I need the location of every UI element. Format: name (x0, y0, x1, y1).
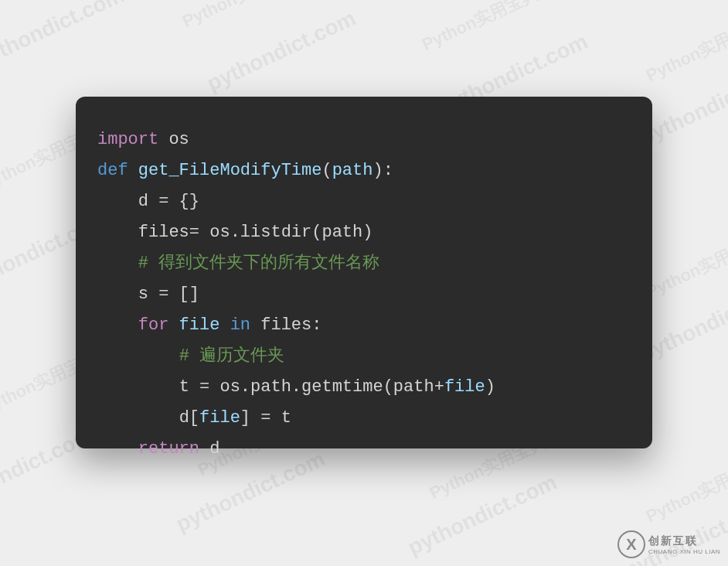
logo-glyph: X (626, 536, 636, 554)
paren-close: ): (373, 161, 393, 180)
code-line-9: t = os.path.getmtime(path+file) (97, 372, 631, 403)
watermark-cn: Python实用宝典 (642, 230, 728, 304)
indent (97, 346, 179, 366)
code-text: d[ (179, 408, 199, 428)
code-line-7: for file in files: (97, 310, 631, 341)
code-text: s = [] (138, 285, 199, 304)
paren-open: ( (321, 161, 332, 180)
indent (97, 254, 138, 273)
indent (97, 192, 138, 211)
code-text: t = os.path.getmtime(path+ (179, 377, 444, 397)
logo-text-en: CHUANG XIN HU LIAN (648, 548, 720, 555)
indent (97, 377, 179, 397)
keyword-import: import (97, 130, 158, 149)
code-text: ] = t (240, 408, 291, 428)
var-file: file (444, 377, 485, 397)
comment: # 得到文件夹下的所有文件名称 (138, 254, 379, 273)
keyword-for: for (138, 315, 169, 335)
indent (97, 315, 138, 335)
keyword-return: return (138, 439, 199, 459)
indent (97, 285, 138, 304)
param-path: path (332, 161, 373, 180)
code-text: files= os.listdir(path) (138, 223, 373, 242)
code-text: ) (485, 377, 495, 397)
code-line-3: d = {} (97, 186, 631, 217)
function-name: get_FileModifyTime (128, 161, 322, 180)
watermark-cn: Python实用宝典 (179, 0, 302, 33)
watermark-en: pythondict.com (0, 0, 128, 73)
keyword-def: def (97, 161, 128, 180)
keyword-in: in (230, 315, 250, 335)
indent (97, 439, 138, 459)
code-line-11: return d (97, 434, 631, 465)
module-os: os (158, 130, 189, 149)
code-line-4: files= os.listdir(path) (97, 217, 631, 248)
code-line-6: s = [] (97, 279, 631, 310)
logo-text: 创新互联 CHUANG XIN HU LIAN (648, 534, 720, 555)
var-file: file (199, 408, 240, 428)
logo-text-cn: 创新互联 (648, 534, 720, 548)
code-line-8: # 遍历文件夹 (97, 341, 631, 372)
code-text: files: (250, 315, 321, 335)
code-text: d = {} (138, 192, 199, 211)
watermark-cn: Python实用宝典 (642, 454, 728, 528)
watermark-en: pythondict.com (203, 5, 359, 96)
code-line-5: # 得到文件夹下的所有文件名称 (97, 248, 631, 279)
code-line-10: d[file] = t (97, 403, 631, 434)
code-line-2: def get_FileModifyTime(path): (97, 155, 631, 186)
brand-logo: X 创新互联 CHUANG XIN HU LIAN (617, 530, 720, 558)
code-line-1: import os (97, 124, 631, 155)
logo-circle-icon: X (617, 530, 645, 558)
indent (97, 408, 179, 428)
var-file: file (168, 315, 230, 335)
code-block: import os def get_FileModifyTime(path): … (76, 97, 652, 448)
watermark-cn: Python实用宝典 (642, 13, 728, 87)
watermark-cn: Python实用宝典 (418, 0, 542, 56)
comment: # 遍历文件夹 (179, 346, 284, 366)
watermark-en: pythondict.com (404, 469, 560, 560)
indent (97, 223, 138, 242)
code-text: d (199, 439, 219, 459)
